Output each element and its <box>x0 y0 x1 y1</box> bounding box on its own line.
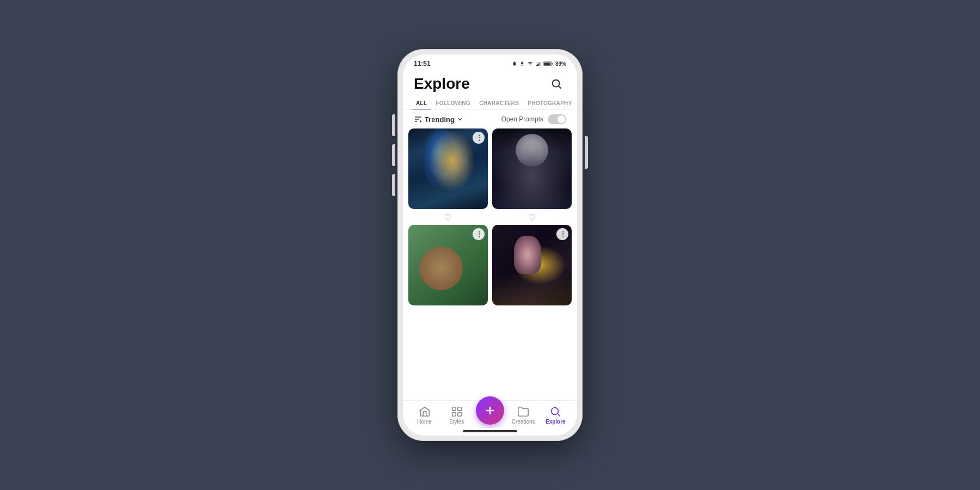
download-icon <box>519 61 525 66</box>
svg-rect-1 <box>537 64 538 66</box>
svg-point-18 <box>552 407 559 414</box>
nav-creations-label: Creations <box>512 419 535 425</box>
nav-styles[interactable]: Styles <box>444 406 470 425</box>
svg-rect-15 <box>458 412 461 415</box>
more-options-button-1[interactable]: ⋮ <box>473 132 485 144</box>
phone-screen: 11:51 <box>403 54 577 436</box>
image-container-2 <box>492 128 572 209</box>
home-bar <box>463 430 517 432</box>
like-button-1[interactable]: ♡ <box>444 209 452 225</box>
sort-icon <box>414 115 422 124</box>
more-options-button-4[interactable]: ⋮ <box>556 228 568 240</box>
image-container-3: ⋮ <box>408 225 488 305</box>
styles-icon <box>451 406 463 418</box>
like-button-2[interactable]: ♡ <box>528 209 536 225</box>
gallery-row-2: ⋮ ⋮ <box>408 225 572 305</box>
create-fab[interactable] <box>476 396 504 425</box>
image-2 <box>492 128 572 209</box>
svg-rect-2 <box>538 63 539 66</box>
svg-line-19 <box>558 414 560 416</box>
wifi-icon <box>527 61 534 66</box>
open-prompts-control: Open Prompts <box>501 114 566 124</box>
tab-all[interactable]: ALL .tab.active::after { background: #66… <box>412 96 431 109</box>
gallery-row-1: ⋮ ♡ ♡ <box>408 128 572 225</box>
explore-icon <box>549 406 561 418</box>
svg-rect-14 <box>452 412 456 415</box>
status-time: 11:51 <box>414 60 431 68</box>
app-header: Explore <box>403 70 577 96</box>
svg-point-7 <box>553 80 560 87</box>
search-button[interactable] <box>547 74 566 94</box>
image-gallery: ⋮ ♡ ♡ ⋮ <box>403 128 577 400</box>
svg-rect-12 <box>452 407 456 410</box>
phone-shell: 11:51 <box>397 49 583 441</box>
signal-icon <box>536 61 541 66</box>
open-prompts-label: Open Prompts <box>501 115 543 123</box>
tab-photography[interactable]: PHOTOGRAPHY <box>523 96 576 109</box>
bottom-navigation: Home Styles <box>403 400 577 428</box>
search-icon <box>550 78 562 90</box>
svg-rect-0 <box>536 65 537 66</box>
creations-icon <box>517 406 529 418</box>
home-icon <box>419 406 431 418</box>
nav-styles-label: Styles <box>449 419 464 425</box>
home-indicator <box>403 428 577 436</box>
gallery-item-4[interactable]: ⋮ <box>492 225 572 305</box>
filter-bar: Trending Open Prompts <box>403 110 577 128</box>
category-tabs: ALL .tab.active::after { background: #66… <box>403 96 577 110</box>
nav-create[interactable] <box>476 405 504 425</box>
svg-rect-13 <box>458 407 461 410</box>
battery-icon <box>543 61 553 66</box>
main-screen: Explore ALL .tab.active::after { backgro… <box>403 70 577 400</box>
tab-characters[interactable]: CHARACTERS <box>475 96 523 109</box>
nav-explore[interactable]: Explore <box>542 406 568 425</box>
svg-rect-5 <box>552 63 553 64</box>
nav-explore-label: Explore <box>546 419 566 425</box>
gallery-item-3[interactable]: ⋮ <box>408 225 488 305</box>
chevron-down-icon <box>457 116 463 122</box>
gallery-item-2[interactable]: ♡ <box>492 128 572 225</box>
battery-percent: 89% <box>555 61 566 67</box>
nav-home[interactable]: Home <box>412 406 438 425</box>
nav-home-label: Home <box>417 419 432 425</box>
tab-following[interactable]: FOLLOWING <box>431 96 475 109</box>
plus-icon <box>483 404 497 417</box>
open-prompts-toggle[interactable] <box>548 114 566 124</box>
tab-illustrations[interactable]: ILLUS. <box>577 96 577 109</box>
more-options-button-3[interactable]: ⋮ <box>473 228 485 240</box>
trending-sort-button[interactable]: Trending <box>414 115 463 124</box>
svg-rect-6 <box>544 63 550 65</box>
status-icons: 89% <box>512 61 566 67</box>
status-bar: 11:51 <box>403 54 577 70</box>
nav-creations[interactable]: Creations <box>510 406 536 425</box>
svg-line-8 <box>559 86 561 88</box>
image-container-1: ⋮ <box>408 128 488 209</box>
page-title: Explore <box>414 75 470 93</box>
gallery-item-1[interactable]: ⋮ ♡ <box>408 128 488 225</box>
svg-rect-3 <box>540 63 540 66</box>
image-container-4: ⋮ <box>492 225 572 305</box>
notification-icon <box>512 61 517 66</box>
trending-label: Trending <box>425 115 455 124</box>
